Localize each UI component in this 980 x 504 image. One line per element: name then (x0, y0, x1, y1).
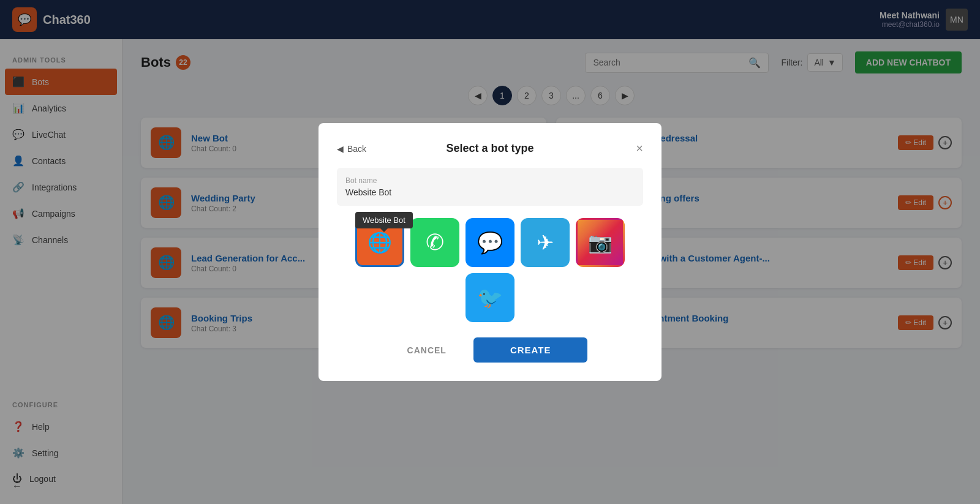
bot-type-tooltip: Website Bot (355, 212, 413, 228)
bot-type-messenger[interactable]: 💬 (466, 218, 514, 267)
bot-name-area: Bot name Website Bot (337, 168, 643, 206)
instagram-icon: 📷 (588, 231, 612, 254)
telegram-icon: ✈ (537, 230, 554, 255)
cancel-button[interactable]: CANCEL (393, 337, 461, 363)
bot-type-instagram[interactable]: 📷 (576, 218, 625, 267)
website-btn-wrapper: Website Bot 🌐 (355, 218, 404, 267)
modal-close-btn[interactable]: × (636, 141, 643, 156)
whatsapp-icon: ✆ (426, 230, 444, 255)
back-label: Back (347, 144, 366, 154)
create-button[interactable]: CREATE (473, 337, 588, 363)
modal-actions: CANCEL CREATE (337, 337, 643, 363)
bot-name-value: Website Bot (345, 187, 635, 197)
bot-types-container: Website Bot 🌐 ✆ 💬 ✈ 📷 🐦 (337, 218, 643, 322)
messenger-icon: 💬 (477, 230, 503, 255)
bot-name-label: Bot name (345, 176, 635, 185)
modal-overlay[interactable]: ◀ Back Select a bot type × Bot name Webs… (0, 0, 980, 504)
modal-header: ◀ Back Select a bot type × (337, 141, 643, 156)
bot-type-twitter[interactable]: 🐦 (466, 273, 514, 322)
website-icon: 🌐 (368, 231, 392, 254)
bot-type-whatsapp[interactable]: ✆ (410, 218, 459, 267)
modal-back-btn[interactable]: ◀ Back (337, 144, 366, 154)
bot-type-telegram[interactable]: ✈ (521, 218, 570, 267)
modal-title: Select a bot type (446, 142, 533, 155)
select-bot-type-modal: ◀ Back Select a bot type × Bot name Webs… (318, 123, 662, 381)
twitter-icon: 🐦 (477, 285, 503, 310)
back-arrow-icon: ◀ (337, 144, 344, 154)
